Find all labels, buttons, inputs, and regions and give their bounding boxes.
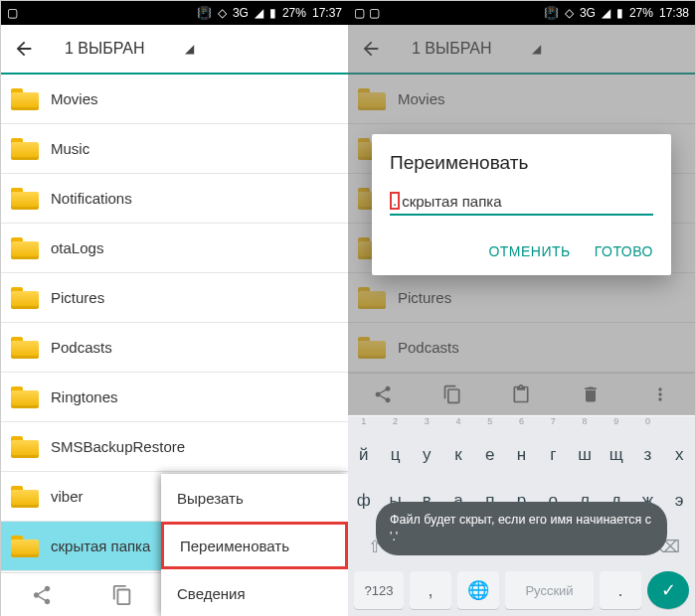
key[interactable]: н: [506, 432, 538, 478]
bottom-toolbar: [1, 572, 162, 616]
network-label: 3G: [233, 6, 249, 20]
folder-row[interactable]: Notifications: [1, 174, 348, 224]
battery-percent: 27%: [629, 6, 653, 20]
wifi-icon: ◇: [218, 6, 227, 20]
folder-icon: [11, 237, 39, 259]
rename-input-wrap[interactable]: .: [390, 192, 653, 216]
folder-label: скрытая папка: [51, 538, 150, 554]
selection-count: 1 ВЫБРАН: [65, 40, 145, 58]
signal-icon: ◢: [255, 6, 263, 20]
key[interactable]: ш: [569, 432, 601, 478]
vibrate-icon: 📳: [544, 6, 559, 20]
dot-prefix-highlight: .: [390, 192, 400, 210]
rename-dialog: Переименовать . ОТМЕНИТЬ ГОТОВО: [372, 134, 671, 275]
language-key[interactable]: 🌐: [457, 571, 499, 609]
clock: 17:38: [659, 6, 689, 20]
key[interactable]: й: [348, 432, 380, 478]
comma-key[interactable]: ,: [410, 571, 451, 609]
folder-icon: [11, 138, 39, 160]
folder-label: Music: [51, 140, 89, 157]
spacebar-key[interactable]: Русский: [505, 571, 594, 609]
folder-icon: [11, 536, 39, 557]
key[interactable]: ф: [348, 478, 380, 524]
folder-row[interactable]: SMSBackupRestore: [1, 422, 348, 472]
key[interactable]: е: [474, 432, 506, 478]
dialog-ok-button[interactable]: ГОТОВО: [595, 235, 653, 267]
folder-label: Podcasts: [51, 339, 112, 356]
key[interactable]: х: [663, 432, 695, 478]
battery-icon: ▮: [269, 6, 276, 20]
copy-icon[interactable]: [111, 584, 133, 606]
folder-icon: [11, 486, 39, 508]
battery-percent: 27%: [282, 6, 306, 20]
symbols-key[interactable]: ?123: [354, 571, 404, 609]
dialog-cancel-button[interactable]: ОТМЕНИТЬ: [488, 235, 570, 267]
folder-label: Movies: [51, 90, 98, 107]
signal-icon: ◢: [602, 6, 610, 20]
folder-label: Notifications: [51, 190, 132, 207]
dropdown-icon[interactable]: ◢: [185, 42, 194, 56]
folder-row[interactable]: otaLogs: [1, 224, 348, 273]
folder-icon: [11, 386, 39, 408]
folder-icon: [11, 88, 39, 110]
folder-icon: [11, 188, 39, 210]
key[interactable]: г: [537, 432, 569, 478]
key[interactable]: э: [663, 478, 695, 524]
menu-item-details[interactable]: Сведения: [161, 569, 348, 616]
menu-item-rename[interactable]: Переименовать: [161, 522, 348, 569]
gallery-icon: ▢: [7, 6, 18, 20]
enter-key[interactable]: ✓: [647, 571, 689, 609]
folder-icon: [11, 287, 39, 309]
folder-label: Pictures: [51, 289, 104, 306]
folder-label: SMSBackupRestore: [51, 438, 185, 455]
keyboard-row-1: й ц у к е н г ш щ з х: [348, 432, 695, 478]
key[interactable]: к: [442, 432, 474, 478]
status-bar: ▢ 📳 ◇ 3G ◢ ▮ 27% 17:37: [1, 1, 348, 25]
wifi-icon: ◇: [565, 6, 574, 20]
header: 1 ВЫБРАН ◢: [1, 25, 348, 75]
folder-label: otaLogs: [51, 239, 103, 256]
folder-label: viber: [51, 488, 84, 505]
battery-icon: ▮: [616, 6, 623, 20]
rename-input[interactable]: [402, 193, 653, 210]
back-button[interactable]: [9, 34, 39, 64]
clock: 17:37: [312, 6, 342, 20]
vibrate-icon: 📳: [197, 6, 212, 20]
key[interactable]: щ: [601, 432, 632, 478]
keyboard-bottom-row: ?123 , 🌐 Русский . ✓: [348, 569, 695, 616]
network-label: 3G: [580, 6, 596, 20]
gallery-icon: ▢: [354, 6, 365, 20]
folder-row[interactable]: Ringtones: [1, 373, 348, 422]
key[interactable]: ц: [380, 432, 412, 478]
folder-icon: [11, 337, 39, 359]
folder-row[interactable]: Music: [1, 124, 348, 174]
folder-row[interactable]: Movies: [1, 75, 348, 124]
period-key[interactable]: .: [600, 571, 641, 609]
folder-row[interactable]: Podcasts: [1, 323, 348, 373]
folder-icon: [11, 436, 39, 458]
context-menu: Вырезать Переименовать Сведения: [161, 474, 348, 616]
key[interactable]: у: [411, 432, 442, 478]
menu-item-cut[interactable]: Вырезать: [161, 474, 348, 522]
gallery-icon: ▢: [369, 6, 380, 20]
dialog-title: Переименовать: [390, 152, 653, 174]
right-pane: ▢ ▢ 📳 ◇ 3G ◢ ▮ 27% 17:38 1 ВЫБРАН ◢ Movi…: [348, 1, 695, 616]
key[interactable]: з: [632, 432, 664, 478]
keyboard-number-hints: 1234567890: [348, 416, 695, 432]
folder-label: Ringtones: [51, 388, 118, 405]
share-icon[interactable]: [31, 584, 53, 606]
status-bar: ▢ ▢ 📳 ◇ 3G ◢ ▮ 27% 17:38: [348, 1, 695, 25]
toast-message: Файл будет скрыт, если его имя начинаетс…: [376, 502, 667, 555]
left-pane: ▢ 📳 ◇ 3G ◢ ▮ 27% 17:37 1 ВЫБРАН ◢ Movies…: [1, 1, 348, 616]
folder-row[interactable]: Pictures: [1, 273, 348, 323]
